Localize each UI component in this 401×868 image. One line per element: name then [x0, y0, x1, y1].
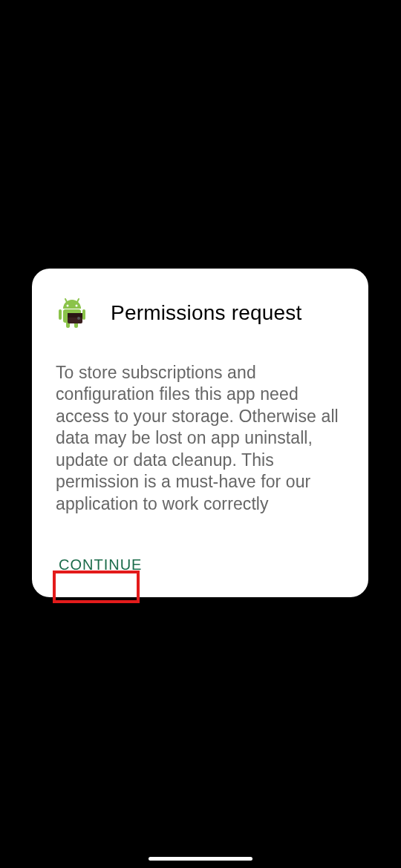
app-icon	[57, 297, 90, 329]
svg-rect-5	[59, 309, 62, 320]
permissions-dialog: Permissions request To store subscriptio…	[32, 269, 368, 597]
dialog-actions: CONTINUE	[56, 550, 345, 579]
continue-button[interactable]: CONTINUE	[56, 550, 145, 579]
svg-point-10	[77, 317, 80, 320]
dialog-body: To store subscriptions and configuration…	[56, 362, 345, 515]
svg-point-3	[76, 305, 78, 307]
dialog-header: Permissions request	[56, 297, 345, 329]
navigation-handle[interactable]	[149, 857, 252, 861]
svg-point-2	[67, 305, 69, 307]
dialog-title: Permissions request	[111, 301, 301, 325]
svg-rect-6	[82, 309, 85, 320]
